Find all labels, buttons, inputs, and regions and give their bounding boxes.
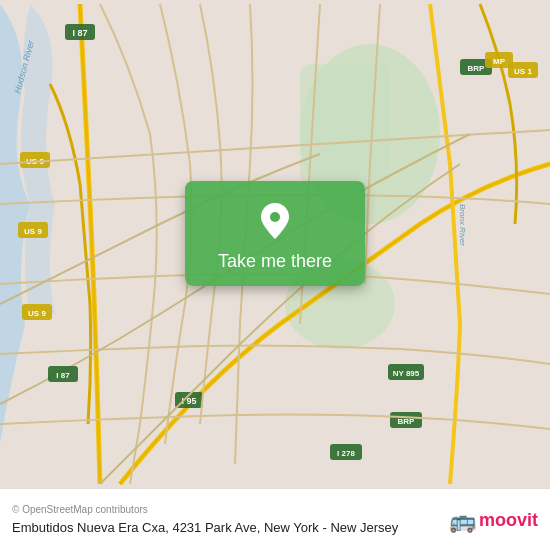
moovit-logo: 🚌 moovit (449, 508, 538, 534)
location-pin-icon (253, 199, 297, 243)
app-container: I 87 I 95 BRP BRP US 9 US 9 US 9 (0, 0, 550, 550)
info-bar: © OpenStreetMap contributors Embutidos N… (0, 488, 550, 550)
moovit-bus-icon: 🚌 (449, 508, 476, 534)
svg-text:US 9: US 9 (28, 309, 46, 318)
map-area: I 87 I 95 BRP BRP US 9 US 9 US 9 (0, 0, 550, 488)
svg-text:I 87: I 87 (72, 28, 87, 38)
action-card: Take me there (185, 181, 365, 286)
svg-text:I 87: I 87 (56, 371, 70, 380)
info-left: © OpenStreetMap contributors Embutidos N… (12, 504, 398, 537)
svg-point-31 (270, 212, 280, 222)
svg-text:US 1: US 1 (514, 67, 532, 76)
take-me-button[interactable]: Take me there (218, 251, 332, 272)
svg-text:I 278: I 278 (337, 449, 355, 458)
copyright-text: © OpenStreetMap contributors (12, 504, 398, 515)
svg-text:US 9: US 9 (24, 227, 42, 236)
svg-text:NY 895: NY 895 (393, 369, 420, 378)
svg-text:MP: MP (493, 57, 506, 66)
moovit-name: moovit (479, 510, 538, 531)
address-text: Embutidos Nueva Era Cxa, 4231 Park Ave, … (12, 519, 398, 537)
svg-text:Bronx River: Bronx River (458, 204, 467, 246)
svg-text:BRP: BRP (468, 64, 486, 73)
